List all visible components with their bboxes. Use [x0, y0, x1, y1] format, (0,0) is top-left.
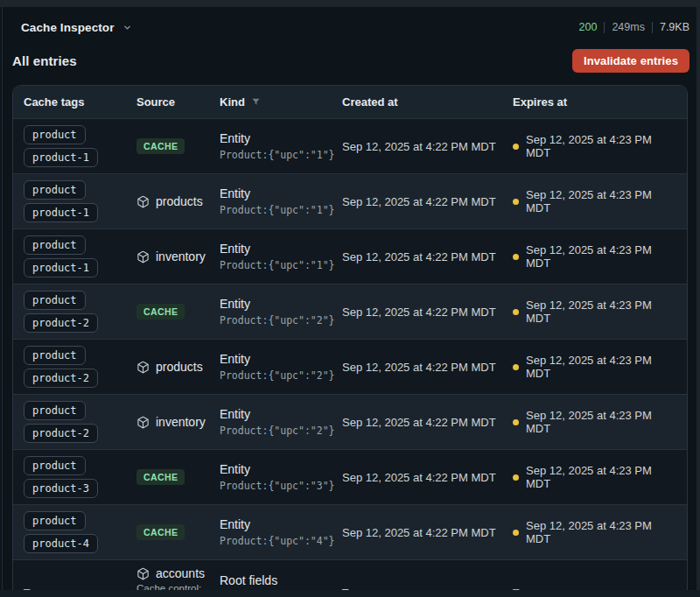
window-left-edge [2, 7, 3, 597]
expires-dot-icon [513, 530, 519, 536]
cache-tags-cell: productproduct-4 [24, 511, 136, 553]
response-size: 7.9KB [660, 21, 690, 33]
source-cell: CACHE [136, 524, 220, 540]
expires-dot-icon [513, 199, 519, 205]
source-cell: CACHE [136, 138, 220, 154]
created-at-cell: Sep 12, 2025 at 4:22 PM MDT [342, 361, 513, 374]
expires-date: Sep 12, 2025 at 4:23 PM MDT [526, 409, 676, 435]
table-row[interactable]: productproduct-2 CACHE Entity Product:{"… [13, 284, 687, 339]
table-row[interactable]: productproduct-1 inventory Entity Produc… [13, 228, 687, 284]
cache-tags-cell: productproduct-2 [24, 401, 136, 443]
cache-tag-pill: product [24, 401, 86, 420]
expires-dot-icon [513, 364, 519, 370]
table-row[interactable]: productproduct-3 CACHE Entity Product:{"… [13, 449, 687, 504]
window-bottom-edge [0, 590, 700, 597]
kind-cell: Entity Product:{"upc":"1"} [220, 131, 342, 161]
window-top-edge [0, 0, 700, 7]
cache-tag-pill: product-3 [24, 479, 98, 498]
kind-detail: Product:{"upc":"1"} [220, 204, 342, 216]
kind-label: Entity [220, 297, 342, 311]
cache-tag-pill: product [24, 456, 86, 475]
cube-icon [136, 567, 150, 580]
column-header-label: Created at [342, 95, 398, 109]
created-at-cell: Sep 12, 2025 at 4:22 PM MDT [342, 526, 513, 539]
cache-tag-pill: product-1 [24, 258, 98, 277]
created-at-cell: Sep 12, 2025 at 4:22 PM MDT [342, 250, 513, 263]
invalidate-entries-button[interactable]: Invalidate entries [572, 49, 690, 73]
kind-detail: Product:{"upc":"2"} [220, 369, 342, 382]
created-at-cell: Sep 12, 2025 at 4:22 PM MDT [342, 195, 513, 208]
table-row[interactable]: productproduct-2 products Entity Product… [13, 339, 687, 394]
column-header-label: Kind [220, 95, 245, 109]
subgraph-name: accounts [156, 566, 205, 580]
source-cell: CACHE [136, 469, 220, 485]
cache-tags-cell: productproduct-2 [24, 346, 136, 388]
table-body: productproduct-1 CACHE Entity Product:{"… [13, 118, 687, 597]
panel-switcher[interactable]: Cache Inspector [21, 21, 132, 34]
section-bar: All entries Invalidate entries [0, 47, 700, 85]
kind-cell: Entity Product:{"upc":"1"} [220, 186, 342, 216]
panel-title: Cache Inspector [21, 21, 115, 34]
subgraph-name: inventory [156, 415, 206, 429]
kind-label: Entity [220, 352, 342, 366]
cache-tag-pill: product [24, 235, 86, 255]
kind-label: Entity [220, 131, 342, 145]
cache-source-badge: CACHE [136, 304, 185, 320]
source-cell: products [136, 194, 220, 208]
expires-date: Sep 12, 2025 at 4:23 PM MDT [526, 354, 676, 380]
status-code: 200 [579, 21, 598, 33]
subgraph-name: products [156, 360, 203, 374]
cube-icon [136, 250, 150, 263]
subgraph-source: accounts [136, 566, 220, 580]
topbar: Cache Inspector 200 249ms 7.9KB [0, 7, 700, 47]
kind-cell: Entity Product:{"upc":"4"} [220, 517, 342, 547]
table-header-row: Cache tags Source Kind Created at Expire… [13, 86, 687, 118]
kind-label: Entity [220, 186, 342, 200]
column-header-expires-at: Expires at [513, 95, 676, 109]
column-header-label: Cache tags [24, 95, 84, 109]
expires-at-cell: Sep 12, 2025 at 4:23 PM MDT [513, 464, 676, 490]
column-header-label: Source [136, 95, 175, 109]
filter-icon[interactable] [251, 97, 261, 107]
kind-detail: Product:{"upc":"1"} [220, 259, 342, 271]
subgraph-name: products [156, 194, 203, 208]
expires-date: Sep 12, 2025 at 4:23 PM MDT [526, 464, 676, 490]
cache-tag-pill: product [24, 125, 86, 144]
request-stats: 200 249ms 7.9KB [579, 21, 690, 33]
expires-at-cell: Sep 12, 2025 at 4:23 PM MDT [513, 519, 676, 545]
stat-divider [652, 22, 653, 33]
cache-tags-cell: productproduct-3 [24, 456, 136, 498]
cube-icon [136, 416, 150, 429]
expires-date: Sep 12, 2025 at 4:23 PM MDT [526, 298, 676, 325]
kind-detail: Product:{"upc":"4"} [220, 535, 342, 547]
window-right-edge [696, 7, 700, 597]
source-cell: CACHE [136, 304, 220, 320]
table-row[interactable]: productproduct-1 CACHE Entity Product:{"… [13, 118, 687, 173]
kind-cell: Entity Product:{"upc":"1"} [220, 242, 342, 271]
created-at-cell: Sep 12, 2025 at 4:22 PM MDT [342, 416, 513, 429]
created-at-cell: Sep 12, 2025 at 4:22 PM MDT [342, 306, 513, 319]
kind-label: Entity [220, 517, 342, 531]
table-row[interactable]: productproduct-1 products Entity Product… [13, 173, 687, 228]
cube-icon [136, 361, 150, 374]
cache-tag-pill: product-2 [24, 424, 98, 443]
expires-date: Sep 12, 2025 at 4:23 PM MDT [526, 243, 676, 270]
expires-dot-icon [513, 144, 519, 150]
column-header-kind: Kind [220, 95, 342, 109]
cache-entries-table: Cache tags Source Kind Created at Expire… [12, 85, 688, 597]
cache-tag-pill: product-2 [24, 313, 98, 333]
table-row[interactable]: productproduct-4 CACHE Entity Product:{"… [13, 504, 687, 559]
cache-source-badge: CACHE [136, 138, 185, 154]
expires-dot-icon [513, 254, 519, 260]
cache-tag-pill: product-1 [24, 203, 98, 222]
expires-at-cell: Sep 12, 2025 at 4:23 PM MDT [513, 133, 676, 159]
cache-tag-pill: product [24, 291, 86, 310]
expires-dot-icon [513, 474, 519, 481]
kind-label: Root fields [220, 573, 342, 587]
expires-date: Sep 12, 2025 at 4:23 PM MDT [526, 133, 676, 159]
column-header-label: Expires at [513, 95, 567, 109]
cache-tag-pill: product [24, 346, 86, 365]
expires-at-cell: Sep 12, 2025 at 4:23 PM MDT [513, 298, 676, 325]
cache-source-badge: CACHE [136, 469, 185, 485]
table-row[interactable]: productproduct-2 inventory Entity Produc… [13, 394, 687, 449]
